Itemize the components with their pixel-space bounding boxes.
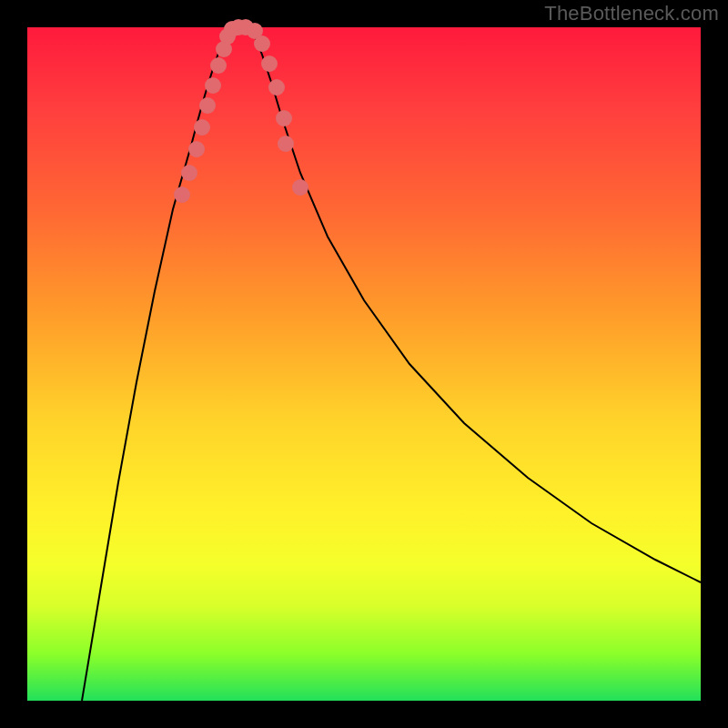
data-dot xyxy=(194,119,210,136)
data-dot xyxy=(278,136,294,152)
chart-frame: TheBottleneck.com xyxy=(0,0,728,728)
plot-area xyxy=(27,27,701,701)
data-dot xyxy=(205,77,221,94)
data-dot xyxy=(261,56,278,72)
data-dot xyxy=(181,165,197,181)
chart-svg xyxy=(27,27,701,701)
data-dot xyxy=(188,141,205,157)
curve-layer xyxy=(82,27,701,701)
dots-layer xyxy=(174,19,308,203)
data-dot xyxy=(254,35,270,52)
data-dot xyxy=(210,57,227,74)
watermark-text: TheBottleneck.com xyxy=(544,2,719,25)
data-dot xyxy=(268,79,285,96)
data-dot xyxy=(174,187,190,203)
data-dot xyxy=(199,97,216,114)
curve-right-curve xyxy=(250,27,701,582)
data-dot xyxy=(292,179,308,196)
data-dot xyxy=(276,110,292,126)
